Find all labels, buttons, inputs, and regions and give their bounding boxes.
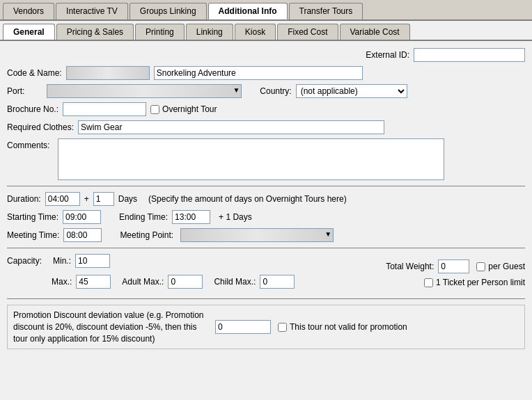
name-input[interactable] xyxy=(154,66,363,80)
not-valid-promotion-checkbox[interactable] xyxy=(278,323,287,332)
per-guest-checkbox[interactable] xyxy=(476,262,485,271)
max-input[interactable] xyxy=(76,275,111,289)
sub-tab-bar: General Pricing & Sales Printing Linking… xyxy=(0,21,532,41)
min-input[interactable] xyxy=(75,254,110,268)
external-id-input[interactable] xyxy=(414,48,525,62)
ticket-per-person-checkbox-label[interactable]: 1 Ticket per Person limit xyxy=(424,278,525,287)
top-tab-bar: Vendors Interactive TV Groups Linking Ad… xyxy=(0,0,532,21)
required-clothes-input[interactable] xyxy=(78,120,384,134)
duration-days-input[interactable] xyxy=(93,192,114,206)
brochure-label: Brochure No.: xyxy=(7,104,58,114)
duration-input[interactable] xyxy=(45,192,80,206)
tab-interactive-tv[interactable]: Interactive TV xyxy=(56,3,128,19)
ending-time-label: Ending Time: xyxy=(119,212,168,222)
ending-time-plus: + 1 Days xyxy=(219,212,252,222)
meeting-time-label: Meeting Time: xyxy=(7,230,59,240)
child-max-label: Child Max.: xyxy=(214,277,256,287)
brochure-input[interactable] xyxy=(63,102,146,116)
starting-time-label: Starting Time: xyxy=(7,212,58,222)
overnight-tour-checkbox-label[interactable]: Overnight Tour xyxy=(150,104,217,114)
ticket-per-person-label: 1 Ticket per Person limit xyxy=(436,278,525,287)
required-clothes-label: Required Clothes: xyxy=(7,122,74,132)
ending-time-input[interactable] xyxy=(172,210,210,224)
port-select-blurred[interactable]: ▼ xyxy=(47,84,242,98)
duration-label: Duration: xyxy=(7,194,41,204)
adult-max-label: Adult Max.: xyxy=(122,277,164,287)
tab-printing[interactable]: Printing xyxy=(135,24,185,40)
adult-max-input[interactable] xyxy=(168,275,203,289)
promotion-section: Promotion Discount deviation value (e.g.… xyxy=(7,305,525,349)
ticket-per-person-checkbox[interactable] xyxy=(424,278,433,287)
comments-textarea[interactable] xyxy=(58,138,444,180)
duration-note: (Specify the amount of days on Overnight… xyxy=(148,194,347,204)
promotion-description: Promotion Discount deviation value (e.g.… xyxy=(13,310,203,344)
not-valid-promotion-checkbox-label[interactable]: This tour not valid for promotion xyxy=(278,322,407,332)
total-weight-label: Total Weight: xyxy=(386,262,434,271)
code-name-label: Code & Name: xyxy=(7,68,62,78)
meeting-point-select-blurred[interactable]: ▼ xyxy=(180,228,334,242)
per-guest-label: per Guest xyxy=(488,262,525,271)
per-guest-checkbox-label[interactable]: per Guest xyxy=(476,262,525,271)
external-id-label: External ID: xyxy=(366,50,409,60)
days-label: Days xyxy=(118,194,137,204)
total-weight-input[interactable] xyxy=(438,259,469,273)
overnight-tour-checkbox[interactable] xyxy=(150,105,159,114)
child-max-input[interactable] xyxy=(260,275,295,289)
main-content: External ID: Code & Name: Port: ▼ Countr… xyxy=(0,41,532,398)
country-label: Country: xyxy=(260,86,291,96)
capacity-label: Capacity: xyxy=(7,256,42,266)
tab-linking[interactable]: Linking xyxy=(186,24,233,40)
code-input-blurred[interactable] xyxy=(66,66,150,80)
starting-time-input[interactable] xyxy=(63,210,101,224)
tab-kiosk[interactable]: Kiosk xyxy=(235,24,276,40)
tab-additional-info[interactable]: Additional Info xyxy=(208,3,288,19)
max-label: Max.: xyxy=(52,277,72,287)
tab-groups-linking[interactable]: Groups Linking xyxy=(130,3,207,19)
tab-variable-cost[interactable]: Variable Cost xyxy=(340,24,410,40)
comments-label: Comments: xyxy=(7,141,54,150)
not-valid-promotion-label: This tour not valid for promotion xyxy=(290,322,407,332)
tab-vendors[interactable]: Vendors xyxy=(3,3,54,19)
tab-general[interactable]: General xyxy=(3,24,55,40)
promotion-value-input[interactable] xyxy=(215,320,271,334)
tab-pricing-sales[interactable]: Pricing & Sales xyxy=(56,24,134,40)
plus-sign: + xyxy=(84,194,89,204)
min-label: Min.: xyxy=(53,256,71,266)
tab-fixed-cost[interactable]: Fixed Cost xyxy=(277,24,338,40)
meeting-time-input[interactable] xyxy=(63,228,102,242)
port-label: Port: xyxy=(7,86,24,96)
country-select[interactable]: (not applicable) xyxy=(296,84,407,98)
overnight-tour-label: Overnight Tour xyxy=(162,104,217,114)
meeting-point-label: Meeting Point: xyxy=(120,230,173,240)
tab-transfer-tours[interactable]: Transfer Tours xyxy=(289,3,363,19)
